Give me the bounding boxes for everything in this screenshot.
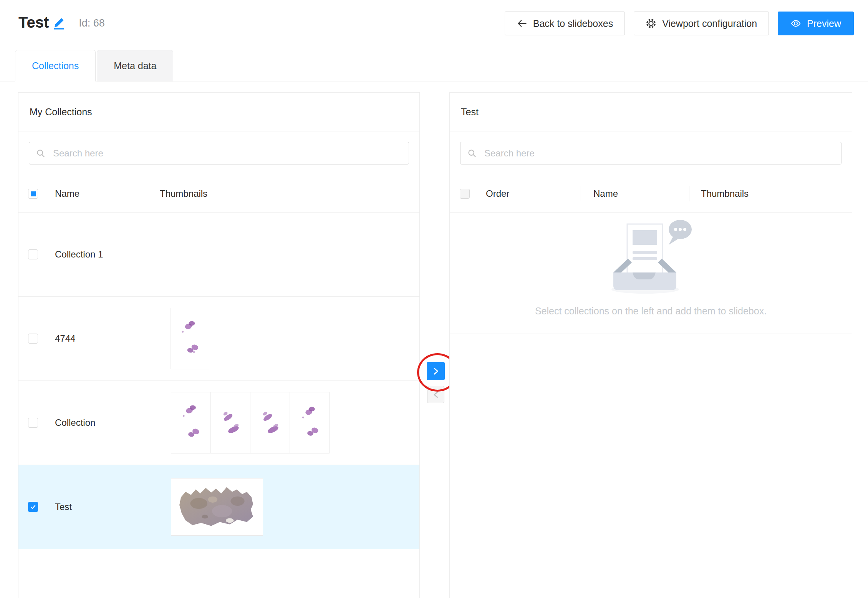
viewport-button-label: Viewport configuration	[662, 18, 757, 29]
tab-meta-data-label: Meta data	[114, 60, 156, 71]
left-column-name: Name	[55, 188, 148, 199]
collection-row-collection[interactable]: Collection	[18, 381, 419, 465]
slide-thumbnail-tissue	[171, 478, 263, 536]
collection-row-4744[interactable]: 4744	[18, 297, 419, 381]
slide-thumbnail-specimen	[250, 392, 290, 453]
my-collections-panel: My Collections Name Thumbnails	[18, 92, 420, 598]
left-search-area	[18, 131, 419, 175]
collections-search-input[interactable]	[29, 142, 409, 164]
tab-collections-label: Collections	[32, 60, 79, 71]
thumbnails-cell	[147, 308, 209, 369]
row-checkbox[interactable]	[28, 418, 38, 428]
collection-row-test[interactable]: Test	[18, 465, 419, 549]
collection-name: Collection	[55, 417, 148, 428]
empty-inbox-illustration	[605, 214, 697, 300]
thumbnails-cell	[148, 392, 330, 453]
toolbar: Back to slideboxes Viewport configuratio…	[505, 12, 854, 35]
chevron-left-icon	[431, 390, 441, 399]
tab-meta-data[interactable]: Meta data	[97, 50, 173, 81]
move-left-button[interactable]	[427, 386, 444, 403]
collection-name: Collection 1	[55, 249, 148, 260]
slide-thumbnail-specimen	[210, 392, 250, 453]
chevron-right-icon	[431, 366, 441, 376]
check-icon	[30, 503, 36, 510]
select-all-checkbox-disabled[interactable]	[460, 189, 470, 199]
search-icon	[467, 149, 477, 158]
tab-collections[interactable]: Collections	[15, 50, 96, 81]
page-title: Test	[18, 14, 49, 31]
collection-row-collection-1[interactable]: Collection 1	[18, 213, 419, 297]
slidebox-editor-page: Test Id: 68 Back to slideboxes	[0, 0, 868, 598]
right-search-area	[450, 131, 852, 175]
thumbnails-cell	[148, 478, 263, 536]
title-block: Test Id: 68	[18, 14, 105, 31]
right-column-thumbnails: Thumbnails	[689, 188, 749, 199]
right-panel-title: Test	[450, 93, 852, 131]
arrow-left-icon	[517, 18, 527, 29]
slide-thumbnail-specimen	[171, 392, 211, 453]
page-id-label: Id: 68	[79, 17, 105, 29]
left-column-thumbnails: Thumbnails	[148, 188, 207, 199]
row-checkbox[interactable]	[28, 249, 38, 259]
slidebox-search-input[interactable]	[460, 142, 841, 164]
empty-state: Select collections on the left and add t…	[450, 213, 852, 334]
preview-button-label: Preview	[807, 18, 841, 29]
search-icon	[36, 149, 45, 158]
row-checkbox[interactable]	[28, 502, 38, 512]
preview-button[interactable]: Preview	[778, 12, 854, 35]
collection-name: Test	[55, 502, 148, 512]
tab-bar: Collections Meta data	[15, 50, 173, 81]
collection-name: 4744	[55, 333, 148, 344]
viewport-configuration-button[interactable]: Viewport configuration	[634, 12, 769, 35]
eye-icon	[790, 18, 801, 29]
slidebox-panel: Test Order Name Thumbnails	[449, 92, 852, 598]
right-table-header: Order Name Thumbnails	[450, 175, 852, 213]
speech-bubble-icon	[669, 220, 692, 245]
select-all-checkbox[interactable]	[28, 189, 38, 199]
left-panel-title: My Collections	[18, 93, 419, 131]
edit-title-icon[interactable]	[52, 16, 66, 32]
right-column-order: Order	[486, 188, 580, 199]
slide-thumbnail-specimen	[290, 392, 330, 453]
row-checkbox[interactable]	[28, 334, 38, 344]
move-right-button[interactable]	[427, 362, 445, 380]
back-to-slideboxes-button[interactable]: Back to slideboxes	[505, 12, 625, 35]
back-button-label: Back to slideboxes	[533, 18, 613, 29]
right-column-name: Name	[580, 188, 689, 199]
empty-state-text: Select collections on the left and add t…	[535, 306, 767, 317]
gear-icon	[646, 18, 656, 29]
left-table-header: Name Thumbnails	[18, 175, 419, 213]
slide-thumbnail-specimen	[171, 308, 209, 369]
